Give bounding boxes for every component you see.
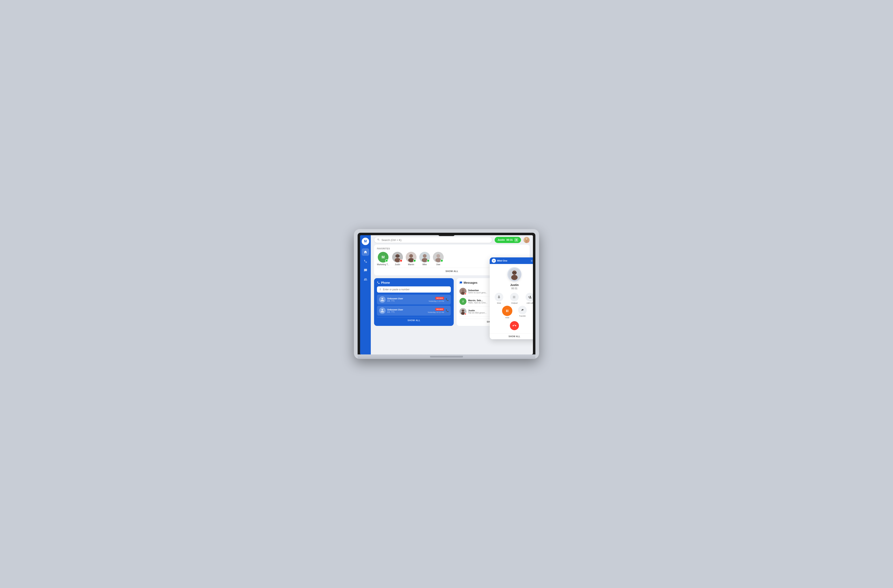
mute-circle: [495, 293, 503, 302]
laptop-screen: M: [360, 235, 533, 354]
transfer-circle: [518, 306, 527, 314]
fav-status-marketing: [385, 259, 388, 262]
missed-badge-2: MISSED: [435, 308, 444, 310]
mute-label: Mute: [497, 302, 501, 304]
call-widget-show-all[interactable]: SHOW ALL: [490, 333, 533, 339]
favorite-mike[interactable]: Mike: [419, 252, 430, 266]
phone-input-container[interactable]: ⠿: [377, 286, 451, 292]
call-widget-header: m Mitel One ⊞ ≡ ↺: [490, 257, 533, 264]
laptop-frame: M: [354, 229, 539, 359]
dialpad-circle: [510, 293, 519, 302]
fav-name-mike: Mike: [422, 263, 427, 266]
msg-avatar-group: 2: [460, 298, 466, 305]
laptop-base: [358, 354, 535, 359]
call-phone-icon-2[interactable]: 📞: [446, 309, 449, 312]
favorite-avatar-mike: [419, 252, 430, 262]
call-controls: Mute Dialpad: [492, 293, 533, 304]
sidebar-item-contacts[interactable]: [362, 276, 369, 283]
search-input[interactable]: [382, 238, 489, 242]
unread-dot-justin: [465, 313, 466, 315]
transfer-button[interactable]: Transfer: [518, 306, 527, 319]
call-log-ext-1: ext. 771: [387, 300, 427, 302]
call-widget-body: Justin 00:31 Mute: [490, 264, 533, 333]
phone-section-title: Phone: [377, 281, 451, 284]
favorite-avatar-marketing: M: [378, 252, 388, 262]
call-log-name-2: Unknown User: [387, 308, 426, 311]
add-call-button[interactable]: Add call: [523, 293, 533, 304]
widget-header-icons: ⊞ ≡ ↺: [531, 260, 533, 262]
call-widget: m Mitel One ⊞ ≡ ↺: [490, 257, 533, 339]
call-log-info-1: Unknown User ext. 771: [387, 297, 427, 302]
call-phone-icon-1[interactable]: 📞: [446, 298, 449, 301]
svg-point-29: [511, 275, 518, 280]
mute-button[interactable]: Mute: [492, 293, 506, 304]
favorite-uwe[interactable]: Uwe: [433, 252, 443, 266]
call-log-avatar-1: [379, 296, 386, 303]
favorite-marketing[interactable]: M Marketing T...: [377, 252, 389, 266]
pause-icon: ⏸: [514, 238, 518, 242]
phone-section: Phone ⠿: [374, 278, 454, 326]
dialpad-button[interactable]: Dialpad: [508, 293, 522, 304]
call-log-time-2: Yesterday 10:12 AM: [428, 311, 444, 314]
add-call-circle: [526, 293, 533, 302]
transfer-label: Transfer: [519, 315, 526, 317]
unread-dot-sebastian: [465, 293, 466, 295]
fav-status-uwe: [440, 259, 443, 262]
favorite-avatar-justin: [392, 252, 403, 262]
header: Justin 00:31 ⏸: [371, 235, 533, 244]
svg-point-16: [436, 254, 440, 258]
sidebar-item-phone[interactable]: [362, 257, 369, 265]
call-duration: 00:31: [511, 287, 517, 290]
messages-label: Messages: [464, 281, 477, 284]
widget-grid-icon[interactable]: ⊞: [531, 260, 532, 262]
call-log-item[interactable]: Unknown User ext. 771 MISSED Yesterday 1…: [377, 295, 451, 304]
screen-bezel: M: [358, 233, 535, 354]
call-widget-title: Mitel One: [497, 260, 530, 262]
hold-button[interactable]: Hold: [502, 306, 512, 319]
hold-circle: [502, 306, 512, 316]
msg-avatar-justin: [460, 308, 466, 315]
svg-point-1: [526, 238, 528, 240]
call-log-info-2: Unknown User ext. 771: [387, 308, 426, 313]
fav-status-marvin: [413, 259, 416, 262]
laptop-hinge: [430, 356, 463, 357]
msg-avatar-sebastian: [460, 288, 466, 295]
fav-status-mike: [427, 259, 430, 262]
call-log-name-1: Unknown User: [387, 297, 427, 300]
favorite-avatar-marvin: [406, 252, 416, 262]
call-log-right-2: MISSED Yesterday 10:12 AM: [428, 308, 444, 314]
header-avatar[interactable]: [523, 237, 530, 243]
fav-name-marvin: Marvin: [408, 263, 414, 266]
svg-point-10: [409, 254, 413, 258]
svg-rect-2: [525, 241, 528, 243]
phone-title: Phone: [381, 281, 390, 284]
svg-point-19: [462, 289, 464, 292]
favorite-avatar-uwe: [433, 252, 443, 262]
phone-number-input[interactable]: [383, 288, 448, 291]
favorite-marvin[interactable]: Marvin: [406, 252, 416, 266]
content-area: FAVORITES M Marketing T...: [371, 244, 533, 354]
call-contact-name: Justin: [510, 283, 519, 286]
call-status-button[interactable]: Justin 00:31 ⏸: [495, 237, 521, 243]
hold-label: Hold: [505, 316, 509, 319]
search-bar[interactable]: [374, 237, 492, 243]
call-log-item-2[interactable]: Unknown User ext. 771 MISSED Yesterday 1…: [377, 306, 451, 316]
missed-badge-1: MISSED: [435, 297, 444, 300]
avatar-status-dot: [528, 242, 530, 243]
end-call-button[interactable]: [510, 321, 519, 330]
app-container: M: [360, 235, 533, 354]
call-log-right-1: MISSED Yesterday 1:23 PM: [428, 297, 444, 302]
laptop-notch: [438, 233, 455, 236]
call-log-avatar-2: [379, 308, 386, 314]
sidebar-item-messages[interactable]: [362, 267, 369, 274]
sidebar-logo: M: [362, 238, 369, 245]
sidebar: M: [360, 235, 371, 354]
call-log-ext-2: ext. 771: [387, 311, 426, 313]
sidebar-item-home[interactable]: [362, 248, 369, 256]
call-timer: 00:31: [507, 238, 513, 242]
favorite-justin[interactable]: Justin: [392, 252, 403, 266]
phone-show-all[interactable]: SHOW ALL: [377, 317, 451, 321]
main-content: Justin 00:31 ⏸: [371, 235, 533, 354]
dialpad-icon: ⠿: [379, 288, 381, 291]
call-contact-avatar: [507, 267, 522, 281]
